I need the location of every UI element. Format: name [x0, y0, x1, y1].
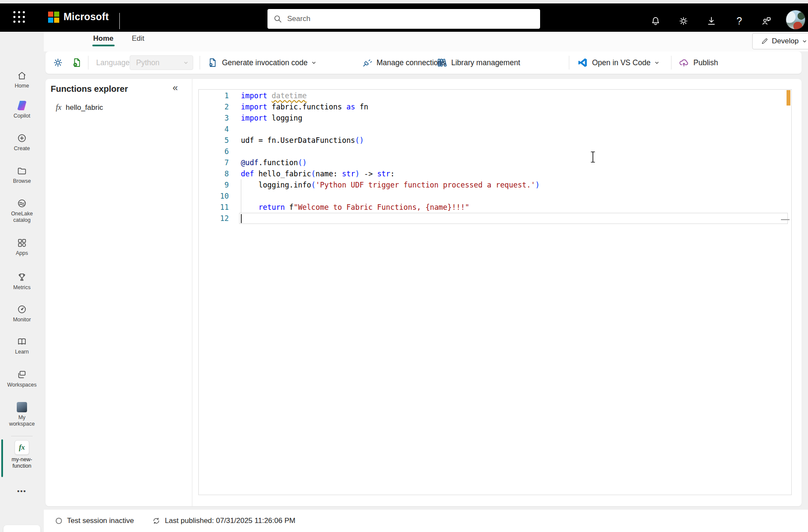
- session-status-text: Test session inactive: [67, 517, 134, 525]
- code-line[interactable]: udf = fn.UserDataFunctions(): [241, 135, 785, 146]
- manage-connections-button[interactable]: Manage connections: [361, 51, 446, 74]
- settings-gear-icon: [52, 57, 64, 68]
- plus-circle-icon: [16, 133, 27, 144]
- code-editor[interactable]: 123456789101112 import datetimeimport fa…: [198, 89, 792, 495]
- line-number: 8: [199, 168, 229, 179]
- sidebar-item-label: my-new- function: [12, 456, 32, 469]
- open-in-vscode-button[interactable]: Open in VS Code: [577, 51, 659, 74]
- sync-icon: [152, 517, 161, 525]
- code-line[interactable]: [241, 213, 785, 224]
- code-line[interactable]: import fabric.functions as fn: [241, 101, 785, 112]
- tab-home[interactable]: Home: [93, 34, 113, 43]
- top-edge-strip: [0, 0, 808, 3]
- global-search[interactable]: [267, 9, 540, 29]
- document-refresh-icon: [71, 57, 82, 68]
- sidebar-item-onelake-catalog[interactable]: OneLake catalog: [0, 198, 44, 224]
- help-icon[interactable]: ?: [731, 13, 747, 29]
- feedback-icon[interactable]: [758, 13, 775, 29]
- topbar-divider: [119, 13, 120, 29]
- trophy-icon: [16, 272, 27, 283]
- sidebar-item-label: Browse: [13, 178, 31, 184]
- mouse-cursor-ibeam: [590, 151, 596, 163]
- code-line[interactable]: import datetime: [241, 90, 785, 101]
- sidebar-item-label: Learn: [15, 349, 29, 355]
- test-session-status: Test session inactive: [55, 517, 134, 525]
- sidebar-item-label: Metrics: [13, 284, 30, 291]
- sidebar-item-label: Create: [14, 145, 30, 152]
- line-number: 5: [199, 135, 229, 146]
- code-line[interactable]: [241, 124, 785, 135]
- user-avatar[interactable]: [786, 10, 805, 30]
- sidebar-item-workspaces[interactable]: Workspaces: [0, 369, 44, 388]
- download-icon[interactable]: [703, 13, 720, 29]
- notifications-bell-icon[interactable]: [647, 13, 664, 29]
- function-fx-icon: fx: [15, 440, 29, 455]
- line-number: 10: [199, 190, 229, 202]
- home-icon: [16, 70, 27, 81]
- develop-button[interactable]: Develop: [752, 33, 808, 49]
- sidebar-item-my-new-function[interactable]: fx my-new- function: [0, 440, 44, 469]
- sidebar-item-copilot[interactable]: Copilot: [0, 100, 44, 119]
- explorer-item-label: hello_fabric: [66, 103, 103, 112]
- sidebar-item-home[interactable]: Home: [0, 70, 44, 89]
- line-number: 4: [199, 124, 229, 135]
- generate-invocation-code-button[interactable]: Generate invocation code: [207, 51, 316, 74]
- microsoft-wordmark: Microsoft: [64, 11, 109, 23]
- copilot-icon: [16, 100, 27, 111]
- sidebar-item-apps[interactable]: Apps: [0, 237, 44, 257]
- left-nav-rail: Home Copilot Create Browse OneLake catal…: [0, 32, 44, 532]
- publish-label: Publish: [693, 58, 718, 67]
- code-line[interactable]: return f"Welcome to Fabric Functions, {n…: [241, 202, 785, 213]
- toolbar-divider: [569, 56, 569, 70]
- last-published-text: Last published: 07/31/2025 11:26:06 PM: [165, 517, 295, 525]
- code-line[interactable]: import logging: [241, 112, 785, 124]
- editor-toolbar: Language Python Generate invocation code…: [46, 51, 802, 74]
- nav-more-button[interactable]: •••: [0, 487, 44, 495]
- search-icon: [273, 15, 282, 23]
- publish-cloud-icon: [678, 57, 690, 68]
- line-number: 7: [199, 157, 229, 168]
- functions-explorer-title: Functions explorer: [51, 84, 128, 94]
- main-content-card: Functions explorer « fx hello_fabric 123…: [46, 79, 802, 506]
- sidebar-item-label: Workspaces: [7, 382, 37, 388]
- gauge-icon: [16, 304, 27, 315]
- toolbar-divider: [671, 56, 671, 70]
- function-settings-button[interactable]: [52, 51, 64, 74]
- code-line[interactable]: logging.info('Python UDF trigger functio…: [241, 179, 785, 190]
- code-line[interactable]: [241, 146, 785, 157]
- sidebar-item-my-workspace[interactable]: My workspace: [0, 402, 44, 427]
- sidebar-item-browse[interactable]: Browse: [0, 165, 44, 184]
- microsoft-logo[interactable]: Microsoft: [48, 11, 109, 23]
- overview-ruler-cursor-mark: [781, 219, 790, 220]
- app-launcher-icon[interactable]: [9, 8, 30, 27]
- nav-divider: [11, 436, 33, 436]
- open-in-vscode-label: Open in VS Code: [592, 58, 650, 67]
- sidebar-item-label: Apps: [16, 250, 28, 257]
- settings-gear-icon[interactable]: [675, 13, 692, 29]
- tab-edit[interactable]: Edit: [132, 34, 144, 43]
- line-number: 12: [199, 213, 229, 224]
- code-lines[interactable]: import datetimeimport fabric.functions a…: [241, 90, 785, 224]
- sidebar-item-learn[interactable]: Learn: [0, 336, 44, 355]
- layers-icon: [16, 369, 27, 380]
- develop-label: Develop: [772, 37, 799, 45]
- code-line[interactable]: @udf.function(): [241, 157, 785, 168]
- code-line[interactable]: [241, 190, 785, 202]
- power-bi-switcher[interactable]: Power BI: [3, 525, 40, 532]
- sidebar-item-metrics[interactable]: Metrics: [0, 272, 44, 291]
- sidebar-item-create[interactable]: Create: [0, 133, 44, 152]
- line-number: 11: [199, 202, 229, 213]
- search-input[interactable]: [286, 14, 534, 24]
- language-select[interactable]: Python: [130, 55, 193, 70]
- explorer-item-hello-fabric[interactable]: fx hello_fabric: [56, 103, 103, 112]
- publish-button[interactable]: Publish: [678, 51, 718, 74]
- microsoft-squares-icon: [48, 12, 59, 23]
- refresh-code-button[interactable]: [71, 51, 82, 74]
- sidebar-item-monitor[interactable]: Monitor: [0, 304, 44, 323]
- code-line[interactable]: def hello_fabric(name: str) -> str:: [241, 168, 785, 179]
- collapse-panel-icon[interactable]: «: [173, 83, 178, 93]
- books-icon: [436, 57, 447, 68]
- status-ring-icon: [55, 517, 63, 525]
- status-bar: Test session inactive Last published: 07…: [44, 510, 808, 532]
- library-management-button[interactable]: Library management: [436, 51, 520, 74]
